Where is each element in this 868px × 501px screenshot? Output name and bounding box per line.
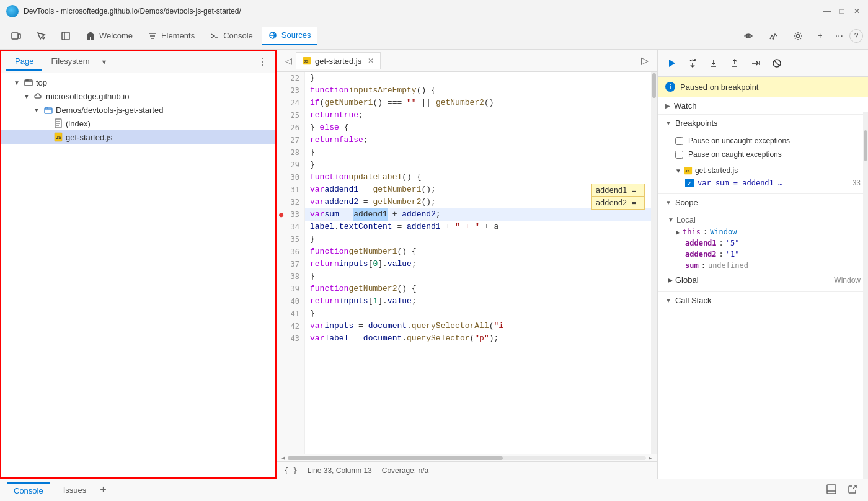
svg-text:JS: JS	[304, 59, 308, 63]
tab-sources[interactable]: Sources	[262, 27, 317, 45]
editor-js-icon: JS	[303, 56, 311, 65]
tab-filesystem[interactable]: Filesystem	[42, 53, 98, 71]
step-into-button[interactable]	[705, 55, 722, 72]
pause-caught-checkbox[interactable]	[675, 151, 683, 159]
code-line-25: return true;	[305, 109, 657, 122]
code-line-24: if (getNumber1() === "" || getNumber2()	[305, 97, 657, 109]
tree-item-get-started-js[interactable]: ▶ JS get-started.js	[1, 130, 275, 144]
tab-settings[interactable]	[787, 27, 809, 45]
scope-local-header[interactable]: ▼ Local	[668, 213, 861, 226]
inspect-icon	[36, 31, 46, 41]
elements-icon	[148, 31, 157, 41]
tab-device-toolbar[interactable]	[5, 27, 27, 45]
tree-item-top[interactable]: ▼ top	[1, 76, 275, 89]
section-scope-header[interactable]: ▼ Scope	[658, 194, 868, 211]
watch-arrow: ▶	[665, 102, 670, 109]
editor-statusbar: { } Line 33, Column 13 Coverage: n/a	[277, 461, 657, 479]
tree-arrow-demos: ▼	[33, 107, 41, 113]
tab-page[interactable]: Page	[6, 53, 42, 71]
bottom-add-button[interactable]: +	[100, 484, 107, 497]
folder-icon	[43, 105, 53, 115]
tab-performance[interactable]	[762, 27, 784, 45]
tab-elements[interactable]: Elements	[141, 27, 201, 45]
tree-item-demos[interactable]: ▼ Demos/devtools-js-get-started	[1, 103, 275, 117]
section-breakpoints-header[interactable]: ▼ Breakpoints	[658, 115, 868, 131]
vertical-scrollbar[interactable]	[651, 72, 657, 454]
line-num-27: 27	[277, 134, 304, 146]
tree-label-index: (index)	[66, 119, 91, 128]
minimize-button[interactable]: —	[822, 6, 832, 16]
maximize-button[interactable]: □	[837, 6, 847, 16]
deactivate-icon	[772, 58, 782, 68]
code-content[interactable]: } function inputsAreEmpty() { if (getNum…	[305, 72, 657, 454]
svg-rect-0	[12, 33, 18, 39]
bottom-tab-console[interactable]: Console	[7, 482, 50, 498]
step-over-button[interactable]	[684, 55, 701, 72]
tab-welcome[interactable]: Welcome	[79, 27, 139, 45]
code-line-37: return inputs[0].value;	[305, 258, 657, 270]
bp-code: var sum = addend1 …	[698, 179, 782, 187]
line-num-41: 41	[277, 308, 304, 320]
open-new-button[interactable]	[844, 481, 861, 499]
editor-tab-label: get-started.js	[315, 56, 361, 66]
step-button[interactable]	[747, 55, 764, 72]
horizontal-scrollbar-track[interactable]	[288, 456, 646, 460]
bottom-tab-issues[interactable]: Issues	[57, 483, 93, 497]
line-num-33[interactable]: 33	[277, 208, 304, 221]
scope-var-sum: sum : undefined	[676, 260, 861, 271]
filesystem-dropdown[interactable]: ▼	[101, 58, 108, 66]
breakpoints-arrow: ▼	[665, 120, 671, 126]
tab-sidebar[interactable]	[55, 27, 77, 45]
tab-new[interactable]: +	[812, 27, 829, 44]
section-callstack-header[interactable]: ▼ Call Stack	[658, 292, 868, 309]
tab-more-button[interactable]: ···	[831, 27, 847, 45]
editor-tab-close[interactable]: ✕	[368, 56, 374, 65]
deactivate-button[interactable]	[768, 55, 786, 72]
close-button[interactable]: ✕	[852, 6, 862, 16]
bp-checkbox[interactable]	[685, 179, 694, 187]
scope-global-row[interactable]: ▶ Global Window	[668, 273, 861, 286]
tab-network[interactable]	[737, 27, 760, 45]
code-line-23: function inputsAreEmpty() {	[305, 84, 657, 97]
code-line-32: var addend2 = getNumber2();addend2 =	[305, 196, 657, 208]
device-toolbar-icon	[11, 31, 21, 41]
resume-button[interactable]	[663, 55, 680, 72]
editor-panel: ◁ JS get-started.js ✕ ▷ 22 23 24 25 26 2…	[277, 50, 657, 479]
local-arrow: ▼	[668, 216, 674, 223]
tab-console[interactable]: Console	[203, 27, 259, 45]
step-out-button[interactable]	[726, 55, 743, 72]
var-name-sum: sum	[676, 261, 699, 270]
right-scrollbar[interactable]	[863, 112, 868, 479]
callstack-arrow: ▼	[665, 297, 671, 304]
tab-sources-label: Sources	[281, 30, 311, 40]
tree-item-microsoftedge[interactable]: ▼ microsoftedge.github.io	[1, 89, 275, 103]
editor-back-button[interactable]: ◁	[281, 53, 296, 68]
this-arrow: ▶	[676, 229, 680, 236]
tree-item-index[interactable]: ▶ (index)	[1, 117, 275, 130]
var-value-sum: undefined	[708, 261, 748, 270]
svg-marker-20	[669, 60, 675, 67]
pause-uncaught-checkbox[interactable]	[675, 137, 683, 145]
global-value: Window	[834, 276, 861, 285]
var-name-this: this	[683, 228, 701, 236]
var-name-addend2: addend2	[676, 250, 717, 259]
line-num-43: 43	[277, 332, 304, 345]
pause-uncaught-label: Pause on uncaught exceptions	[688, 136, 790, 145]
var-value-addend1: "5"	[726, 239, 740, 247]
horizontal-scrollbar-thumb[interactable]	[288, 456, 503, 460]
editor-tab-get-started-js[interactable]: JS get-started.js ✕	[296, 52, 381, 69]
svg-text:JS: JS	[56, 135, 61, 140]
var-value-addend2: "1"	[726, 250, 740, 259]
left-panel-more[interactable]: ⋮	[255, 56, 270, 68]
var-value-this[interactable]: Window	[710, 228, 737, 236]
code-line-27: return false;	[305, 134, 657, 146]
line-num-39: 39	[277, 283, 304, 295]
statusbar-format: { }	[284, 466, 298, 475]
tab-inspect[interactable]	[30, 27, 52, 45]
section-watch-header[interactable]: ▶ Watch	[658, 97, 868, 114]
editor-forward-button[interactable]: ▷	[637, 52, 652, 69]
code-line-39: function getNumber2() {	[305, 283, 657, 295]
dock-bottom-button[interactable]	[823, 481, 839, 499]
tab-help[interactable]: ?	[849, 29, 863, 43]
bp-file-group: ▼ JS get-started.js	[675, 164, 861, 177]
